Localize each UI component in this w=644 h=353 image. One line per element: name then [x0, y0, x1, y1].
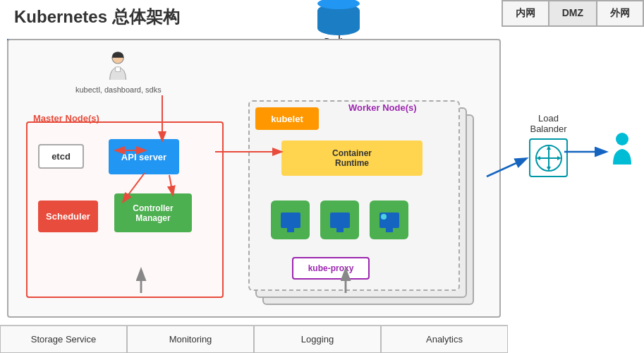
kube-proxy-box: kube-proxy — [292, 257, 370, 280]
worker-node-label: Worker Node(s) — [348, 102, 417, 113]
load-balancer-label: LoadBalander — [530, 113, 566, 134]
intranet-label: 内网 — [502, 0, 548, 27]
monitoring-service-box: Monitoring — [127, 325, 254, 353]
container-runtime-box: ContainerRuntime — [281, 140, 423, 176]
api-server-box: API server — [109, 139, 179, 174]
pod-1 — [271, 201, 310, 239]
dmz-label: DMZ — [548, 0, 596, 27]
extranet-label: 外网 — [596, 0, 644, 27]
pod-inner-3 — [379, 213, 399, 228]
controller-manager-box: ControllerManager — [114, 193, 192, 232]
worker-card-front: kubelet ContainerRuntime — [248, 100, 460, 291]
bottom-services-bar: Storage Service Monitoring Logging Analy… — [0, 325, 508, 353]
load-balancer-svg — [535, 144, 563, 172]
kubelet-box: kubelet — [255, 107, 319, 130]
svg-rect-1 — [116, 67, 121, 72]
storage-service-box: Storage Service — [0, 325, 127, 353]
master-node-box: Master Node(s) etcd API server Scheduler… — [26, 121, 224, 298]
page-title: Kubernetes 总体架构 — [14, 6, 180, 28]
pod-3 — [370, 201, 408, 239]
load-balancer-area: LoadBalander — [529, 113, 568, 177]
user-icon — [102, 51, 134, 83]
worker-node-area: kubelet ContainerRuntime — [248, 100, 481, 312]
etcd-box: etcd — [38, 144, 84, 169]
pods-row — [271, 201, 408, 239]
pod-inner-2 — [330, 213, 350, 228]
k8s-cluster-box: kubectl, dashboard, sdks Master Node(s) … — [7, 39, 501, 318]
svg-point-11 — [616, 133, 628, 145]
scheduler-box: Scheduler — [38, 201, 98, 232]
user-area: kubectl, dashboard, sdks — [75, 51, 162, 94]
docker-hub-icon — [317, 4, 360, 35]
master-node-label: Master Node(s) — [33, 113, 99, 124]
user-tools-label: kubectl, dashboard, sdks — [75, 85, 162, 94]
network-labels: 内网 DMZ 外网 — [502, 0, 644, 27]
pod-inner-1 — [281, 213, 300, 228]
logging-service-box: Logging — [254, 325, 381, 353]
analytics-service-box: Analytics — [381, 325, 508, 353]
load-balancer-icon — [529, 138, 568, 177]
external-user — [610, 131, 635, 169]
external-user-icon — [610, 131, 635, 166]
pod-2 — [320, 201, 359, 239]
main-container: Kubernetes 总体架构 内网 DMZ 外网 DockerHub K8s集… — [0, 0, 644, 353]
